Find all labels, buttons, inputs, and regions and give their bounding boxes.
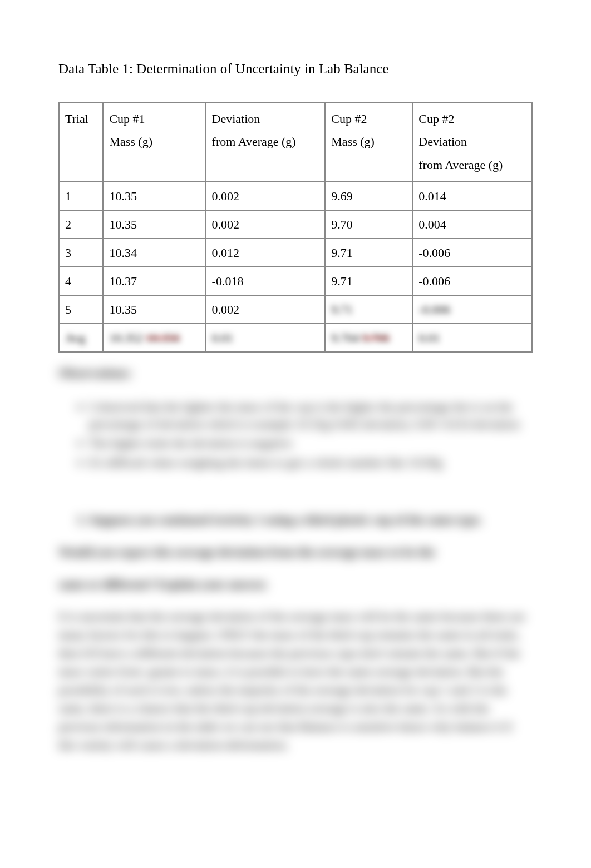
cell-c1dev: 0.012 <box>206 239 326 267</box>
question-line2: Would you expect the average deviation f… <box>58 543 533 561</box>
table-row: 4 10.37 -0.018 9.71 -0.006 <box>59 267 532 295</box>
cell-c2dev: 0.004 <box>412 210 532 239</box>
cell-avg-c2mass: 9.704 9.706 <box>325 324 412 352</box>
table-row-avg: Avg 10.352 10.356 0.01 9.704 9.706 0.01 <box>59 324 532 352</box>
cell-c1dev: 0.002 <box>206 182 326 210</box>
cell-c2mass: 9.69 <box>325 182 412 210</box>
cell-c2mass: 9.70 <box>325 210 412 239</box>
table-row: 1 10.35 0.002 9.69 0.014 <box>59 182 532 210</box>
cell-trial: 4 <box>59 267 103 295</box>
cell-trial: 5 <box>59 295 103 324</box>
cell-c2dev: -0.006 <box>412 267 532 295</box>
cell-avg-c1mass: 10.352 10.356 <box>103 324 205 352</box>
question-item: Suppose you continued Activity 1 using a… <box>89 510 533 529</box>
list-item: The higher trials the deviation is negat… <box>89 435 533 452</box>
table-row: 5 10.35 0.002 9.71 -0.006 <box>59 295 532 324</box>
observations-list: I observed that the lighter the mass of … <box>58 399 533 472</box>
list-item: I observed that the lighter the mass of … <box>89 399 533 433</box>
answer-text: It is uncertain that the average deviati… <box>58 607 533 754</box>
cell-c1mass: 10.35 <box>103 182 205 210</box>
question-line3: same or different? Explain your answer. <box>58 575 533 593</box>
cell-c1mass: 10.37 <box>103 267 205 295</box>
question-list: Suppose you continued Activity 1 using a… <box>58 510 533 529</box>
th-trial: Trial <box>59 102 103 182</box>
cell-c2dev: -0.006 <box>412 295 532 324</box>
list-item: It's difficult when weighing the items t… <box>89 454 533 472</box>
cell-c2dev: -0.006 <box>412 239 532 267</box>
cell-avg-c1dev: 0.01 <box>206 324 326 352</box>
th-cup2-mass: Cup #2 Mass (g) <box>325 102 412 182</box>
table-header-row: Trial Cup #1 Mass (g) Deviation from Ave… <box>59 102 532 182</box>
cell-c2mass: 9.71 <box>325 295 412 324</box>
observations-heading: Observations: <box>58 364 533 382</box>
cell-c2dev: 0.014 <box>412 182 532 210</box>
blurred-content: Observations: I observed that the lighte… <box>58 364 533 754</box>
cell-avg-label: Avg <box>59 324 103 352</box>
table-row: 3 10.34 0.012 9.71 -0.006 <box>59 239 532 267</box>
cell-c1mass: 10.35 <box>103 295 205 324</box>
page-title: Data Table 1: Determination of Uncertain… <box>58 58 533 80</box>
th-cup2-dev: Cup #2 Deviation from Average (g) <box>412 102 532 182</box>
cell-c1dev: 0.002 <box>206 295 326 324</box>
cell-avg-c2dev: 0.01 <box>412 324 532 352</box>
th-cup1-dev: Deviation from Average (g) <box>206 102 326 182</box>
th-cup1-mass: Cup #1 Mass (g) <box>103 102 205 182</box>
cell-trial: 2 <box>59 210 103 239</box>
cell-c1dev: 0.002 <box>206 210 326 239</box>
cell-trial: 1 <box>59 182 103 210</box>
cell-c1mass: 10.34 <box>103 239 205 267</box>
cell-c1mass: 10.35 <box>103 210 205 239</box>
cell-c2mass: 9.71 <box>325 267 412 295</box>
cell-c1dev: -0.018 <box>206 267 326 295</box>
cell-trial: 3 <box>59 239 103 267</box>
cell-c2mass: 9.71 <box>325 239 412 267</box>
data-table: Trial Cup #1 Mass (g) Deviation from Ave… <box>58 102 533 353</box>
table-row: 2 10.35 0.002 9.70 0.004 <box>59 210 532 239</box>
